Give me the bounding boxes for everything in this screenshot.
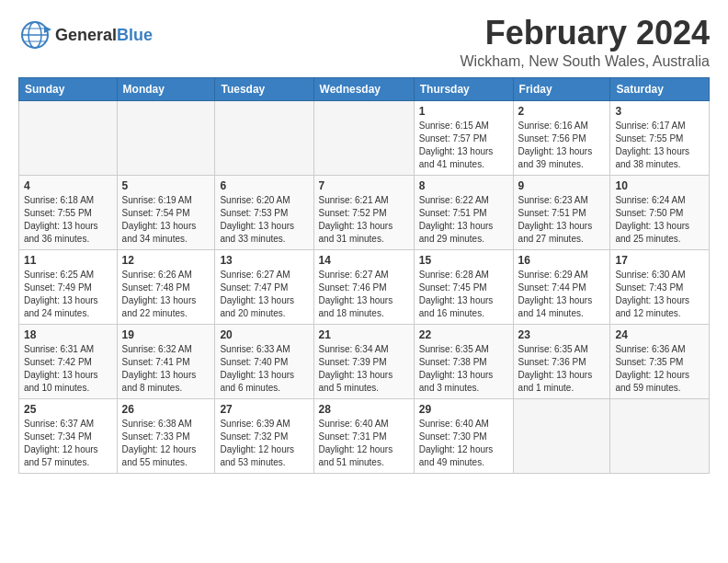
col-thursday: Thursday — [414, 77, 513, 100]
title-area: February 2024 Wickham, New South Wales, … — [461, 15, 711, 70]
day-number: 3 — [615, 105, 704, 118]
day-info: Sunrise: 6:32 AMSunset: 7:41 PMDaylight:… — [122, 343, 210, 395]
day-number: 26 — [122, 403, 210, 416]
day-cell: 28Sunrise: 6:40 AMSunset: 7:31 PMDayligh… — [313, 398, 414, 473]
day-info: Sunrise: 6:26 AMSunset: 7:48 PMDaylight:… — [122, 269, 210, 320]
day-number: 6 — [220, 179, 308, 192]
day-number: 10 — [615, 179, 704, 192]
day-number: 19 — [122, 328, 210, 341]
day-cell: 22Sunrise: 6:35 AMSunset: 7:38 PMDayligh… — [414, 324, 513, 398]
day-cell — [610, 398, 710, 473]
day-number: 22 — [419, 328, 508, 341]
week-row-3: 11Sunrise: 6:25 AMSunset: 7:49 PMDayligh… — [19, 249, 710, 324]
day-cell: 24Sunrise: 6:36 AMSunset: 7:35 PMDayligh… — [610, 324, 710, 398]
day-cell: 10Sunrise: 6:24 AMSunset: 7:50 PMDayligh… — [610, 175, 710, 249]
day-cell: 2Sunrise: 6:16 AMSunset: 7:56 PMDaylight… — [513, 100, 610, 175]
day-cell: 6Sunrise: 6:20 AMSunset: 7:53 PMDaylight… — [215, 175, 313, 249]
header-row: Sunday Monday Tuesday Wednesday Thursday… — [19, 77, 710, 100]
day-number: 28 — [319, 403, 409, 416]
day-info: Sunrise: 6:37 AMSunset: 7:34 PMDaylight:… — [24, 418, 112, 469]
day-info: Sunrise: 6:15 AMSunset: 7:57 PMDaylight:… — [419, 120, 508, 171]
week-row-1: 1Sunrise: 6:15 AMSunset: 7:57 PMDaylight… — [19, 100, 710, 175]
day-number: 11 — [24, 254, 112, 267]
day-number: 15 — [419, 254, 508, 267]
day-number: 8 — [419, 179, 508, 192]
day-info: Sunrise: 6:24 AMSunset: 7:50 PMDaylight:… — [615, 194, 704, 246]
day-cell: 5Sunrise: 6:19 AMSunset: 7:54 PMDaylight… — [117, 175, 215, 249]
day-info: Sunrise: 6:35 AMSunset: 7:38 PMDaylight:… — [419, 343, 508, 395]
col-friday: Friday — [513, 77, 610, 100]
day-cell: 18Sunrise: 6:31 AMSunset: 7:42 PMDayligh… — [19, 324, 118, 398]
day-info: Sunrise: 6:35 AMSunset: 7:36 PMDaylight:… — [518, 343, 606, 395]
day-number: 21 — [319, 328, 409, 341]
day-cell: 12Sunrise: 6:26 AMSunset: 7:48 PMDayligh… — [117, 249, 215, 324]
day-cell — [215, 100, 313, 175]
day-info: Sunrise: 6:25 AMSunset: 7:49 PMDaylight:… — [24, 269, 112, 320]
day-number: 29 — [419, 403, 508, 416]
col-wednesday: Wednesday — [313, 77, 414, 100]
day-info: Sunrise: 6:38 AMSunset: 7:33 PMDaylight:… — [122, 418, 210, 469]
day-info: Sunrise: 6:28 AMSunset: 7:45 PMDaylight:… — [419, 269, 508, 320]
location-title: Wickham, New South Wales, Australia — [461, 53, 711, 70]
day-info: Sunrise: 6:36 AMSunset: 7:35 PMDaylight:… — [615, 343, 704, 395]
day-info: Sunrise: 6:23 AMSunset: 7:51 PMDaylight:… — [518, 194, 606, 246]
day-cell — [117, 100, 215, 175]
day-info: Sunrise: 6:40 AMSunset: 7:30 PMDaylight:… — [419, 418, 508, 469]
day-number: 27 — [220, 403, 308, 416]
day-cell: 29Sunrise: 6:40 AMSunset: 7:30 PMDayligh… — [414, 398, 513, 473]
day-number: 25 — [24, 403, 112, 416]
day-number: 13 — [220, 254, 308, 267]
day-info: Sunrise: 6:22 AMSunset: 7:51 PMDaylight:… — [419, 194, 508, 246]
day-info: Sunrise: 6:16 AMSunset: 7:56 PMDaylight:… — [518, 120, 606, 171]
day-number: 5 — [122, 179, 210, 192]
col-tuesday: Tuesday — [215, 77, 313, 100]
day-cell — [513, 398, 610, 473]
day-cell: 7Sunrise: 6:21 AMSunset: 7:52 PMDaylight… — [313, 175, 414, 249]
day-number: 2 — [518, 105, 606, 118]
day-cell: 26Sunrise: 6:38 AMSunset: 7:33 PMDayligh… — [117, 398, 215, 473]
day-cell: 13Sunrise: 6:27 AMSunset: 7:47 PMDayligh… — [215, 249, 313, 324]
calendar-table: Sunday Monday Tuesday Wednesday Thursday… — [18, 77, 710, 474]
day-info: Sunrise: 6:34 AMSunset: 7:39 PMDaylight:… — [319, 343, 409, 395]
day-number: 7 — [319, 179, 409, 192]
day-number: 24 — [615, 328, 704, 341]
day-cell: 1Sunrise: 6:15 AMSunset: 7:57 PMDaylight… — [414, 100, 513, 175]
day-cell: 4Sunrise: 6:18 AMSunset: 7:55 PMDaylight… — [19, 175, 118, 249]
day-number: 17 — [615, 254, 704, 267]
day-number: 20 — [220, 328, 308, 341]
day-cell — [313, 100, 414, 175]
day-info: Sunrise: 6:17 AMSunset: 7:55 PMDaylight:… — [615, 120, 704, 171]
day-cell: 25Sunrise: 6:37 AMSunset: 7:34 PMDayligh… — [19, 398, 118, 473]
day-cell: 20Sunrise: 6:33 AMSunset: 7:40 PMDayligh… — [215, 324, 313, 398]
day-info: Sunrise: 6:29 AMSunset: 7:44 PMDaylight:… — [518, 269, 606, 320]
col-sunday: Sunday — [19, 77, 118, 100]
day-info: Sunrise: 6:33 AMSunset: 7:40 PMDaylight:… — [220, 343, 308, 395]
week-row-2: 4Sunrise: 6:18 AMSunset: 7:55 PMDaylight… — [19, 175, 710, 249]
day-info: Sunrise: 6:40 AMSunset: 7:31 PMDaylight:… — [319, 418, 409, 469]
day-info: Sunrise: 6:20 AMSunset: 7:53 PMDaylight:… — [220, 194, 308, 246]
day-cell: 16Sunrise: 6:29 AMSunset: 7:44 PMDayligh… — [513, 249, 610, 324]
day-number: 1 — [419, 105, 508, 118]
day-info: Sunrise: 6:30 AMSunset: 7:43 PMDaylight:… — [615, 269, 704, 320]
day-cell: 8Sunrise: 6:22 AMSunset: 7:51 PMDaylight… — [414, 175, 513, 249]
day-info: Sunrise: 6:39 AMSunset: 7:32 PMDaylight:… — [220, 418, 308, 469]
col-saturday: Saturday — [610, 77, 710, 100]
day-info: Sunrise: 6:18 AMSunset: 7:55 PMDaylight:… — [24, 194, 112, 246]
day-cell: 9Sunrise: 6:23 AMSunset: 7:51 PMDaylight… — [513, 175, 610, 249]
day-cell: 17Sunrise: 6:30 AMSunset: 7:43 PMDayligh… — [610, 249, 710, 324]
logo-icon — [18, 18, 51, 52]
day-cell: 11Sunrise: 6:25 AMSunset: 7:49 PMDayligh… — [19, 249, 118, 324]
header: General Blue February 2024 Wickham, New … — [18, 15, 710, 70]
day-info: Sunrise: 6:27 AMSunset: 7:46 PMDaylight:… — [319, 269, 409, 320]
day-cell: 14Sunrise: 6:27 AMSunset: 7:46 PMDayligh… — [313, 249, 414, 324]
week-row-5: 25Sunrise: 6:37 AMSunset: 7:34 PMDayligh… — [19, 398, 710, 473]
day-info: Sunrise: 6:21 AMSunset: 7:52 PMDaylight:… — [319, 194, 409, 246]
day-cell: 23Sunrise: 6:35 AMSunset: 7:36 PMDayligh… — [513, 324, 610, 398]
day-cell — [19, 100, 118, 175]
col-monday: Monday — [117, 77, 215, 100]
day-cell: 27Sunrise: 6:39 AMSunset: 7:32 PMDayligh… — [215, 398, 313, 473]
day-number: 4 — [24, 179, 112, 192]
day-number: 9 — [518, 179, 606, 192]
logo-blue: Blue — [117, 26, 153, 45]
day-number: 23 — [518, 328, 606, 341]
